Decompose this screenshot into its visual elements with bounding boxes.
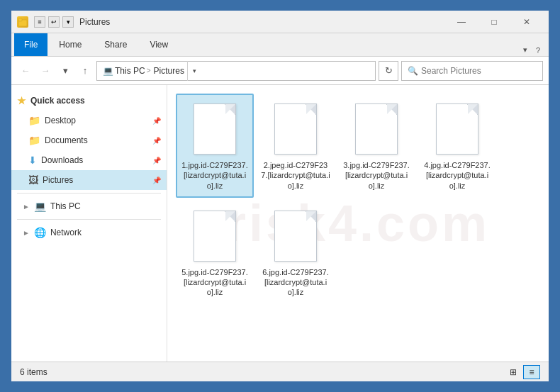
sidebar-this-pc[interactable]: ► 💻 This PC xyxy=(11,196,167,216)
tab-share[interactable]: Share xyxy=(93,33,138,56)
tab-home[interactable]: Home xyxy=(47,33,93,56)
downloads-icon: ⬇ xyxy=(28,155,37,166)
svg-rect-1 xyxy=(18,18,22,21)
main-area: ★ Quick access 📁 Desktop 📌 📁 Documents 📌… xyxy=(11,85,549,362)
star-icon: ★ xyxy=(17,95,26,106)
sidebar-item-pictures[interactable]: 🖼 Pictures 📌 xyxy=(11,170,167,190)
path-separator-1: > xyxy=(147,67,151,74)
folder-icon: 📁 xyxy=(28,135,40,146)
file-icon xyxy=(432,101,483,157)
chevron-right-icon: ► xyxy=(23,203,30,211)
file-name: 4.jpg.id-C279F237.[lizardcrypt@tuta.io].… xyxy=(422,160,492,191)
chevron-right-icon: ► xyxy=(23,229,30,237)
recent-locations-button[interactable]: ▾ xyxy=(57,62,74,79)
search-box[interactable]: 🔍 xyxy=(401,61,543,81)
sidebar-section-quick-access: ★ Quick access 📁 Desktop 📌 📁 Documents 📌… xyxy=(11,91,167,190)
back-button[interactable]: ← xyxy=(17,62,34,79)
path-this-pc[interactable]: 💻 This PC > xyxy=(103,66,151,76)
forward-button[interactable]: → xyxy=(37,62,54,79)
file-icon xyxy=(189,208,240,264)
pin-icon: 📌 xyxy=(152,157,161,164)
files-grid: 1.jpg.id-C279F237.[lizardcrypt@tuta.io].… xyxy=(176,94,540,305)
file-name: 6.jpg.id-C279F237.[lizardcrypt@tuta.io].… xyxy=(261,267,330,298)
pc-icon: 💻 xyxy=(34,201,46,212)
search-icon: 🔍 xyxy=(408,66,418,76)
dropdown-btn[interactable]: ▾ xyxy=(62,16,74,28)
file-icon xyxy=(189,101,240,157)
window-title: Pictures xyxy=(79,17,445,27)
status-bar: 6 items ⊞ ≡ xyxy=(11,362,549,381)
sidebar-network[interactable]: ► 🌐 Network xyxy=(11,223,167,242)
file-name: 5.jpg.id-C279F237.[lizardcrypt@tuta.io].… xyxy=(180,267,250,298)
view-buttons: ⊞ ≡ xyxy=(505,365,540,379)
title-bar: ≡ ↩ ▾ Pictures — □ ✕ xyxy=(11,11,549,33)
window-icon xyxy=(17,16,28,28)
customize-btn[interactable]: ≡ xyxy=(34,16,45,28)
ribbon-tab-bar: File Home Share View ▾ ? xyxy=(11,33,549,56)
file-page-icon xyxy=(355,103,398,155)
sidebar-quick-access-header[interactable]: ★ Quick access xyxy=(11,91,167,111)
ribbon-controls: ▾ ? xyxy=(520,44,549,56)
file-name: 1.jpg.id-C279F237.[lizardcrypt@tuta.io].… xyxy=(180,160,250,191)
sidebar-item-documents[interactable]: 📁 Documents 📌 xyxy=(11,130,167,150)
sidebar-item-downloads[interactable]: ⬇ Downloads 📌 xyxy=(11,150,167,170)
list-item[interactable]: 5.jpg.id-C279F237.[lizardcrypt@tuta.io].… xyxy=(176,201,254,305)
up-button[interactable]: ↑ xyxy=(77,62,94,79)
ribbon: File Home Share View ▾ ? xyxy=(11,33,549,57)
file-name: 2.jpeg.id-C279F237.[lizardcrypt@tuta.io]… xyxy=(261,160,330,191)
maximize-button[interactable]: □ xyxy=(478,11,510,33)
file-page-icon xyxy=(194,103,236,155)
path-pictures[interactable]: Pictures xyxy=(154,66,184,76)
pictures-icon: 🖼 xyxy=(28,174,38,186)
sidebar-item-desktop[interactable]: 📁 Desktop 📌 xyxy=(11,111,167,130)
ribbon-collapse-btn[interactable]: ▾ xyxy=(520,44,530,56)
pin-icon: 📌 xyxy=(152,177,161,184)
sidebar-section-network: ► 🌐 Network xyxy=(11,223,167,242)
list-item[interactable]: 3.jpg.id-C279F237.[lizardcrypt@tuta.io].… xyxy=(337,94,415,198)
pin-icon: 📌 xyxy=(152,137,161,145)
close-button[interactable]: ✕ xyxy=(510,11,543,33)
network-icon: 🌐 xyxy=(34,227,46,238)
search-input[interactable] xyxy=(421,66,537,76)
explorer-window: ≡ ↩ ▾ Pictures — □ ✕ File Home Share Vie… xyxy=(10,9,550,383)
list-item[interactable]: 6.jpg.id-C279F237.[lizardcrypt@tuta.io].… xyxy=(257,201,335,305)
address-dropdown-btn[interactable]: ▾ xyxy=(187,61,201,81)
file-icon xyxy=(270,208,321,264)
tab-file[interactable]: File xyxy=(14,33,47,56)
sidebar: ★ Quick access 📁 Desktop 📌 📁 Documents 📌… xyxy=(11,85,167,362)
file-page-icon xyxy=(274,103,317,155)
file-icon xyxy=(351,101,402,157)
sidebar-divider-1 xyxy=(17,193,161,194)
pc-icon: 💻 xyxy=(103,66,113,76)
details-view-btn[interactable]: ≡ xyxy=(523,365,540,379)
refresh-button[interactable]: ↻ xyxy=(379,61,398,81)
file-page-icon xyxy=(436,103,478,155)
undo-btn[interactable]: ↩ xyxy=(48,16,60,28)
address-path-bar[interactable]: 💻 This PC > Pictures ▾ xyxy=(96,61,376,81)
file-page-icon xyxy=(274,211,317,262)
file-page-icon xyxy=(194,211,236,262)
item-count: 6 items xyxy=(20,367,47,377)
list-item[interactable]: 1.jpg.id-C279F237.[lizardcrypt@tuta.io].… xyxy=(176,94,254,198)
sidebar-divider-2 xyxy=(17,219,161,220)
file-name: 3.jpg.id-C279F237.[lizardcrypt@tuta.io].… xyxy=(342,160,411,191)
sidebar-section-this-pc: ► 💻 This PC xyxy=(11,196,167,216)
large-icons-btn[interactable]: ⊞ xyxy=(505,365,522,379)
list-item[interactable]: 2.jpeg.id-C279F237.[lizardcrypt@tuta.io]… xyxy=(257,94,335,198)
address-bar: ← → ▾ ↑ 💻 This PC > Pictures ▾ ↻ 🔍 xyxy=(11,57,549,85)
folder-icon: 📁 xyxy=(28,115,40,126)
tab-view[interactable]: View xyxy=(138,33,179,56)
window-controls: — □ ✕ xyxy=(445,11,543,33)
file-icon xyxy=(270,101,321,157)
content-area: risk4.com 1.jpg.id-C279F237.[lizardcrypt… xyxy=(167,85,549,362)
list-item[interactable]: 4.jpg.id-C279F237.[lizardcrypt@tuta.io].… xyxy=(418,94,496,198)
quick-access-toolbar: ≡ ↩ ▾ xyxy=(34,16,74,28)
help-btn[interactable]: ? xyxy=(533,45,543,56)
minimize-button[interactable]: — xyxy=(445,11,478,33)
pin-icon: 📌 xyxy=(152,117,161,125)
